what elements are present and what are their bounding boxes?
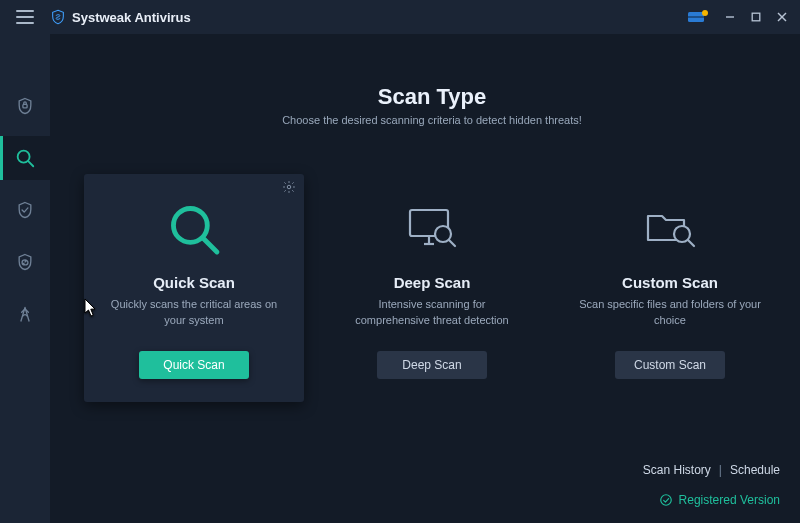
main-content: Scan Type Choose the desired scanning cr… — [50, 34, 800, 523]
titlebar: Systweak Antivirus — [0, 0, 800, 34]
deep-scan-button[interactable]: Deep Scan — [377, 351, 487, 379]
page-title: Scan Type — [84, 84, 780, 110]
sidebar-item-quarantine[interactable] — [0, 188, 50, 232]
quick-scan-card[interactable]: Quick Scan Quickly scans the critical ar… — [84, 174, 304, 402]
deep-scan-title: Deep Scan — [394, 274, 471, 291]
quick-scan-settings-button[interactable] — [282, 180, 296, 198]
quick-scan-button[interactable]: Quick Scan — [139, 351, 249, 379]
svg-rect-7 — [752, 13, 760, 21]
custom-scan-button[interactable]: Custom Scan — [615, 351, 725, 379]
titlebar-controls — [686, 5, 800, 29]
page-subtitle: Choose the desired scanning criteria to … — [84, 114, 780, 126]
svg-line-15 — [204, 239, 217, 252]
custom-scan-title: Custom Scan — [622, 274, 718, 291]
svg-point-5 — [702, 10, 708, 16]
scan-history-link[interactable]: Scan History — [643, 463, 711, 477]
app-logo-icon — [50, 9, 66, 25]
custom-scan-icon — [642, 198, 698, 260]
close-button[interactable] — [770, 5, 794, 29]
minimize-button[interactable] — [718, 5, 742, 29]
svg-line-22 — [688, 240, 694, 246]
scan-cards-row: Quick Scan Quickly scans the critical ar… — [84, 174, 780, 402]
maximize-button[interactable] — [744, 5, 768, 29]
svg-point-13 — [287, 185, 291, 189]
separator: | — [719, 463, 722, 477]
svg-rect-4 — [688, 16, 704, 18]
sidebar-item-web[interactable] — [0, 240, 50, 284]
schedule-link[interactable]: Schedule — [730, 463, 780, 477]
check-circle-icon — [659, 493, 673, 507]
custom-scan-card[interactable]: Custom Scan Scan specific files and fold… — [560, 174, 780, 402]
app-window: Systweak Antivirus — [0, 0, 800, 523]
registered-label: Registered Version — [679, 493, 780, 507]
svg-rect-10 — [23, 104, 27, 108]
svg-line-12 — [28, 161, 33, 166]
offer-badge-icon[interactable] — [686, 9, 710, 25]
deep-scan-icon — [404, 198, 460, 260]
hamburger-menu-button[interactable] — [0, 0, 50, 34]
sidebar — [0, 34, 50, 523]
svg-line-20 — [449, 240, 455, 246]
deep-scan-desc: Intensive scanning for comprehensive thr… — [336, 297, 528, 329]
custom-scan-desc: Scan specific files and folders of your … — [574, 297, 766, 329]
app-title: Systweak Antivirus — [72, 10, 191, 25]
sidebar-item-protection[interactable] — [0, 84, 50, 128]
registered-status: Registered Version — [659, 493, 780, 507]
svg-point-23 — [660, 495, 671, 506]
page-header: Scan Type Choose the desired scanning cr… — [84, 84, 780, 126]
sidebar-item-tools[interactable] — [0, 292, 50, 336]
sidebar-item-scan[interactable] — [0, 136, 50, 180]
quick-scan-icon — [165, 198, 223, 260]
footer-links: Scan History | Schedule — [643, 463, 780, 477]
quick-scan-title: Quick Scan — [153, 274, 235, 291]
deep-scan-card[interactable]: Deep Scan Intensive scanning for compreh… — [322, 174, 542, 402]
quick-scan-desc: Quickly scans the critical areas on your… — [98, 297, 290, 329]
app-body: Scan Type Choose the desired scanning cr… — [0, 34, 800, 523]
app-brand: Systweak Antivirus — [50, 9, 191, 25]
